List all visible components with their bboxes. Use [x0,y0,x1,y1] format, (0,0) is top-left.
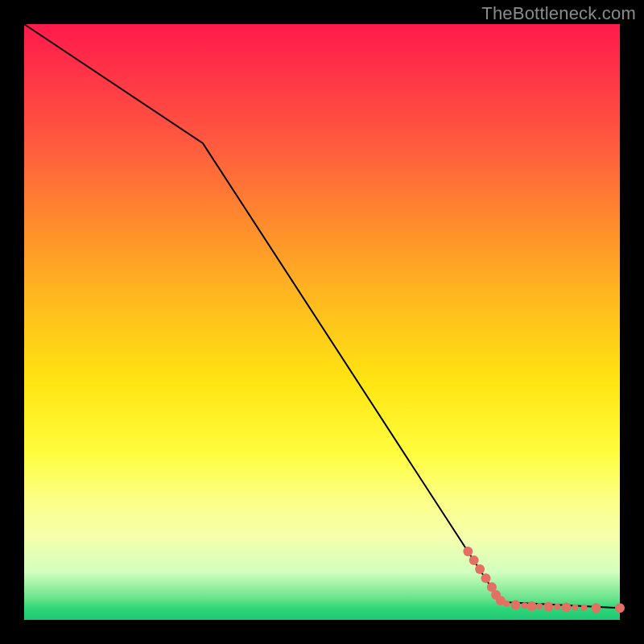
data-point [591,603,601,613]
data-point [536,603,543,609]
data-point [511,601,521,610]
data-point [554,604,560,610]
data-point [581,605,588,611]
data-point [526,601,536,611]
data-point [475,564,485,574]
data-point [481,573,491,583]
data-point [561,602,571,612]
data-point [615,603,625,613]
data-point [572,604,579,610]
line-series [24,24,620,608]
data-point [469,555,479,565]
data-point [503,601,510,607]
data-point [522,602,528,609]
data-point [463,547,473,556]
marker-series [463,547,625,613]
data-point [543,602,553,612]
chart-overlay [24,24,620,620]
attribution-text: TheBottleneck.com [481,3,636,24]
curve-path [24,24,620,608]
chart-container: TheBottleneck.com [0,0,644,644]
